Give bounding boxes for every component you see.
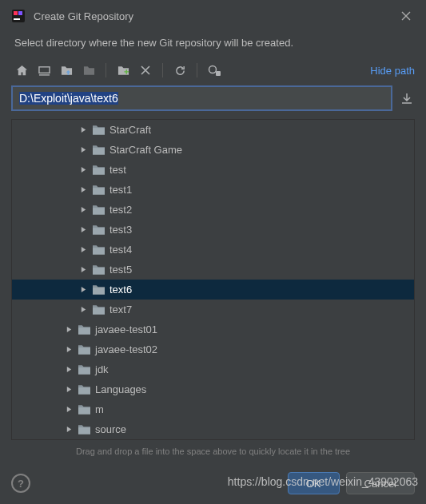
toolbar: Hide path	[0, 60, 426, 85]
tree-row-label: text6	[109, 284, 132, 296]
folder-icon	[78, 344, 90, 355]
svg-rect-5	[38, 74, 49, 75]
folder-icon	[92, 244, 105, 256]
directory-tree: StarCraftStarCraft Gametesttest1test2tes…	[11, 119, 415, 440]
folder-icon	[78, 384, 90, 395]
svg-rect-3	[14, 18, 20, 20]
folder-icon	[92, 125, 105, 136]
tree-row[interactable]: m	[12, 399, 414, 419]
tree-row-label: test1	[109, 184, 132, 196]
chevron-right-icon[interactable]	[63, 424, 74, 435]
chevron-right-icon[interactable]	[78, 224, 89, 236]
folder-icon	[92, 284, 105, 296]
tree-row[interactable]: Languages	[12, 379, 414, 399]
toolbar-separator	[197, 63, 197, 77]
tree-row-label: test2	[109, 204, 132, 216]
tree-row-label: javaee-test01	[95, 323, 157, 335]
chevron-right-icon[interactable]	[78, 244, 89, 256]
dialog-subtitle: Select directory where the new Git repos…	[0, 32, 426, 60]
titlebar: Create Git Repository	[0, 0, 426, 32]
tree-row[interactable]: javaee-test02	[12, 339, 414, 359]
chevron-right-icon[interactable]	[63, 404, 74, 415]
folder-icon	[78, 404, 90, 415]
svg-rect-1	[14, 11, 18, 15]
help-icon[interactable]: ?	[11, 474, 30, 493]
tree-row-label: Languages	[95, 383, 146, 395]
path-row	[0, 85, 426, 111]
hide-path-link[interactable]: Hide path	[370, 65, 415, 77]
module-root-icon	[78, 60, 99, 81]
path-input[interactable]	[11, 85, 392, 111]
folder-icon	[92, 204, 105, 216]
new-folder-icon[interactable]	[113, 60, 133, 81]
tree-row[interactable]: test5	[12, 260, 414, 280]
chevron-right-icon[interactable]	[63, 384, 74, 395]
project-root-icon[interactable]	[56, 60, 77, 81]
chevron-right-icon[interactable]	[78, 185, 89, 196]
app-logo-icon	[11, 9, 26, 23]
home-icon[interactable]	[11, 60, 32, 81]
tree-row[interactable]: test4	[12, 240, 414, 260]
tree-row[interactable]: text6	[12, 280, 414, 300]
chevron-right-icon[interactable]	[78, 284, 89, 296]
folder-icon	[92, 165, 105, 176]
folder-icon	[78, 424, 90, 435]
chevron-right-icon[interactable]	[78, 304, 89, 315]
tree-scroll[interactable]: StarCraftStarCraft Gametesttest1test2tes…	[12, 120, 414, 439]
tree-row-label: source	[95, 423, 126, 435]
tree-row[interactable]: test	[12, 160, 414, 180]
folder-icon	[92, 224, 105, 236]
folder-icon	[92, 185, 105, 196]
tree-row-label: jdk	[95, 363, 109, 375]
tree-row-label: test3	[109, 224, 132, 236]
drag-drop-hint: Drag and drop a file into the space abov…	[0, 440, 426, 462]
desktop-icon[interactable]	[34, 60, 54, 81]
chevron-right-icon[interactable]	[78, 145, 89, 156]
delete-icon[interactable]	[135, 60, 156, 81]
tree-row-label: javaee-test02	[95, 343, 157, 355]
folder-icon	[92, 264, 105, 276]
tree-row-label: test4	[109, 244, 132, 256]
toolbar-separator	[106, 63, 106, 77]
chevron-right-icon[interactable]	[78, 264, 89, 276]
tree-row-label: test5	[109, 264, 132, 276]
chevron-right-icon[interactable]	[78, 204, 89, 216]
toolbar-separator	[162, 63, 163, 77]
footer: ? OK Cancel	[11, 472, 415, 494]
svg-rect-7	[216, 71, 221, 76]
chevron-right-icon[interactable]	[78, 165, 89, 176]
tree-row[interactable]: test1	[12, 180, 414, 200]
cancel-button[interactable]: Cancel	[346, 472, 415, 494]
show-hidden-icon[interactable]	[204, 60, 225, 81]
tree-row[interactable]: test2	[12, 200, 414, 220]
chevron-right-icon[interactable]	[63, 344, 74, 355]
svg-rect-4	[38, 66, 49, 73]
svg-point-6	[209, 65, 217, 73]
chevron-right-icon[interactable]	[63, 324, 74, 335]
tree-row-label: StarCraft	[109, 124, 151, 136]
tree-row[interactable]: source	[12, 419, 414, 439]
save-path-icon[interactable]	[399, 90, 415, 106]
tree-row-label: test	[109, 164, 126, 176]
folder-icon	[78, 324, 90, 335]
refresh-icon[interactable]	[169, 60, 190, 81]
tree-row-label: StarCraft Game	[109, 144, 182, 156]
tree-row[interactable]: StarCraft Game	[12, 140, 414, 160]
tree-row[interactable]: test3	[12, 220, 414, 240]
tree-row-label: m	[95, 403, 104, 415]
tree-row[interactable]: text7	[12, 300, 414, 319]
folder-icon	[92, 145, 105, 156]
ok-button[interactable]: OK	[288, 472, 340, 494]
tree-row[interactable]: jdk	[12, 359, 414, 379]
tree-row[interactable]: StarCraft	[12, 120, 414, 140]
tree-row-label: text7	[109, 304, 132, 315]
dialog-title: Create Git Repository	[34, 10, 133, 22]
folder-icon	[78, 364, 90, 375]
close-icon[interactable]	[397, 7, 415, 25]
folder-icon	[92, 304, 105, 315]
chevron-right-icon[interactable]	[63, 364, 74, 375]
tree-row[interactable]: javaee-test01	[12, 319, 414, 339]
svg-rect-2	[18, 11, 22, 15]
chevron-right-icon[interactable]	[78, 125, 89, 136]
